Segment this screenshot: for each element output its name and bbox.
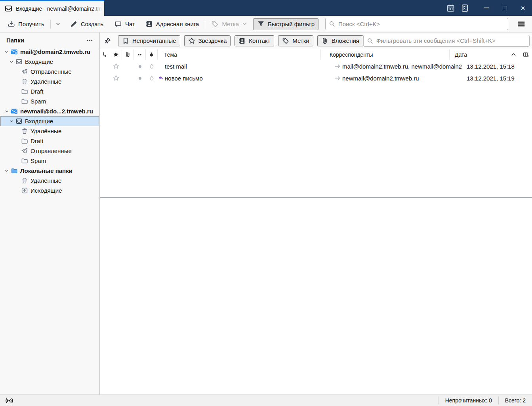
address-book-button[interactable]: Адресная книга xyxy=(142,18,203,30)
app-menu-button[interactable] xyxy=(514,18,529,31)
quick-filter-toggle-button[interactable]: Быстрый фильтр xyxy=(253,18,318,30)
message-row[interactable]: test mail mail@domain2.tmweb.ru, newmail… xyxy=(100,60,532,72)
read-dot-icon xyxy=(139,77,141,80)
column-subject[interactable]: Тема xyxy=(158,49,321,60)
chevron-down-icon xyxy=(242,21,247,27)
chevron-down-icon[interactable] xyxy=(4,168,10,174)
star-toggle[interactable] xyxy=(110,72,122,84)
column-correspondents[interactable]: Корреспонденты xyxy=(321,49,450,60)
folder-pane-header: Папки xyxy=(0,33,99,47)
outgoing-arrow-icon xyxy=(334,63,341,69)
column-date[interactable]: Дата xyxy=(450,49,520,60)
folder-item[interactable]: Spam xyxy=(0,156,99,166)
outgoing-arrow-icon xyxy=(334,75,341,81)
tag-icon xyxy=(282,37,289,44)
maximize-icon xyxy=(503,6,507,10)
filter-contact-button[interactable]: Контакт xyxy=(235,35,274,46)
outbox-icon xyxy=(21,187,28,194)
global-search xyxy=(325,18,508,30)
mail-tab[interactable]: Входящие - newmail@domain2.tmweb.ru xyxy=(0,0,104,16)
mail-pane: Непрочитанные Звёздочка Контакт Метки Вл… xyxy=(100,33,532,395)
folder-pane-options-button[interactable] xyxy=(84,36,95,44)
column-attachment[interactable] xyxy=(122,49,134,60)
folder-item[interactable]: Удалённые xyxy=(0,176,99,186)
chevron-down-icon[interactable] xyxy=(4,49,10,55)
tag-button[interactable]: Метка xyxy=(208,18,251,30)
paperclip-icon xyxy=(125,52,131,57)
folder-item[interactable]: newmail@do...2.tmweb.ru xyxy=(0,106,99,116)
chevron-down-icon xyxy=(55,21,61,27)
read-toggle[interactable] xyxy=(134,72,146,84)
minimize-button[interactable] xyxy=(477,0,496,16)
online-status-button[interactable] xyxy=(3,396,15,405)
flame-icon xyxy=(149,52,154,57)
folder-item[interactable]: Входящие xyxy=(0,57,99,67)
trash-icon xyxy=(21,78,28,85)
folder-icon xyxy=(21,88,28,95)
sticky-filter-button[interactable] xyxy=(104,35,111,46)
account-mail-icon xyxy=(11,108,18,115)
chevron-down-icon[interactable] xyxy=(8,59,15,65)
search-input[interactable] xyxy=(325,18,508,30)
write-button[interactable]: Создать xyxy=(67,18,107,30)
column-picker-button[interactable] xyxy=(520,49,532,60)
star-filled-icon xyxy=(113,52,119,57)
folder-icon xyxy=(21,98,28,105)
folder-item[interactable]: Draft xyxy=(0,136,99,146)
get-messages-dropdown[interactable] xyxy=(53,18,63,30)
junk-toggle[interactable] xyxy=(146,72,158,84)
flame-outline-icon xyxy=(149,75,155,81)
replied-icon xyxy=(158,75,164,81)
account-mail-icon xyxy=(11,48,18,55)
pin-icon xyxy=(104,37,111,44)
chevron-down-icon[interactable] xyxy=(8,118,15,124)
folder-item[interactable]: Отправленные xyxy=(0,67,99,77)
chevron-down-icon[interactable] xyxy=(4,108,10,115)
folder-item[interactable]: Исходящие xyxy=(0,186,99,195)
message-row[interactable]: новое письмо newmail@domain2.tmweb.ru 13… xyxy=(100,72,532,84)
close-button[interactable]: ✕ xyxy=(514,0,532,16)
thread-icon xyxy=(102,52,108,57)
quick-filter-input[interactable] xyxy=(363,35,530,47)
folder-item[interactable]: Локальные папки xyxy=(0,166,99,176)
titlebar: Входящие - newmail@domain2.tmweb.ru ✕ xyxy=(0,0,532,16)
column-thread[interactable] xyxy=(100,49,110,60)
folder-item[interactable]: Spam xyxy=(0,96,99,106)
get-mail-icon xyxy=(8,20,15,28)
get-messages-button[interactable]: Получить xyxy=(4,18,48,30)
address-book-icon xyxy=(238,37,246,44)
search-icon xyxy=(367,38,373,44)
read-toggle[interactable] xyxy=(134,60,146,72)
folder-item[interactable]: Удалённые xyxy=(0,126,99,136)
tasks-button[interactable] xyxy=(458,0,472,16)
message-subject: test mail xyxy=(165,63,187,70)
filter-starred-button[interactable]: Звёздочка xyxy=(184,35,231,46)
chat-button[interactable]: Чат xyxy=(111,18,139,30)
filter-tags-button[interactable]: Метки xyxy=(278,35,313,46)
chat-bubble-icon xyxy=(114,20,122,28)
junk-toggle[interactable] xyxy=(146,60,158,72)
filter-unread-button[interactable]: Непрочитанные xyxy=(118,35,180,46)
column-junk[interactable] xyxy=(146,49,158,60)
app-window: Входящие - newmail@domain2.tmweb.ru ✕ По… xyxy=(0,0,532,406)
column-read[interactable] xyxy=(134,49,146,60)
folder-item[interactable]: Удалённые xyxy=(0,77,99,86)
folder-item[interactable]: Входящие xyxy=(0,116,99,126)
close-icon: ✕ xyxy=(521,5,526,11)
folder-icon xyxy=(21,157,28,164)
folder-item[interactable]: mail@domain2.tmweb.ru xyxy=(0,47,99,57)
bookmark-icon xyxy=(122,37,129,44)
folder-item[interactable]: Draft xyxy=(0,86,99,96)
star-icon xyxy=(188,37,195,44)
filter-attachment-button[interactable]: Вложения xyxy=(317,35,363,46)
trash-icon xyxy=(21,177,28,184)
folder-item[interactable]: Отправленные xyxy=(0,146,99,156)
star-toggle[interactable] xyxy=(110,60,122,72)
maximize-button[interactable] xyxy=(496,0,514,16)
calendar-button[interactable] xyxy=(443,0,458,16)
tasks-icon xyxy=(461,4,469,12)
trash-icon xyxy=(21,128,28,134)
column-starred[interactable] xyxy=(110,49,122,60)
hamburger-icon xyxy=(517,21,525,27)
tag-icon xyxy=(211,20,219,28)
